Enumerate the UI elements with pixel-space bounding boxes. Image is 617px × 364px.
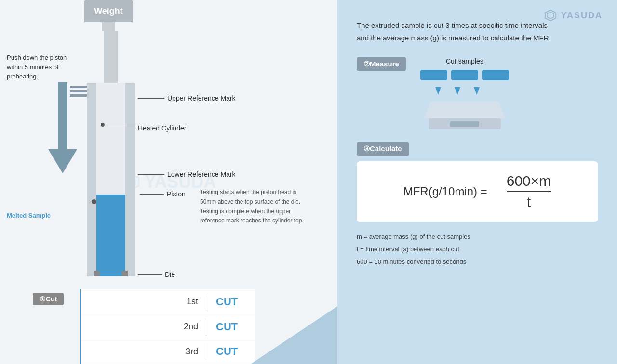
die-line xyxy=(138,274,162,275)
svg-marker-21 xyxy=(435,87,441,95)
cut-row-2: 2nd CUT xyxy=(81,314,255,339)
svg-rect-7 xyxy=(96,195,125,209)
cut-label-text: ①Cut xyxy=(40,295,57,303)
measure-section: ②Measure Cut samples xyxy=(357,57,598,130)
cut-samples-label: Cut samples xyxy=(446,57,483,65)
melted-sample-label: Melted Sample xyxy=(7,212,51,219)
svg-marker-19 xyxy=(545,10,555,21)
cut-row-1: 1st CUT xyxy=(81,289,255,314)
weight-container: Weight xyxy=(84,0,133,31)
piston-label-container: Piston xyxy=(140,190,186,198)
cut-number-3: 3rd xyxy=(81,347,206,357)
cut-row-3: 3rd CUT xyxy=(81,339,255,364)
lower-reference-text: Lower Reference Mark xyxy=(167,170,236,178)
step3-label: ③Calculate xyxy=(363,144,402,153)
yasuda-logo-text: YASUDA xyxy=(561,11,603,21)
upper-ref-line xyxy=(138,98,164,99)
push-down-text: Push down the piston within 5 minutes of… xyxy=(7,53,69,81)
heated-cylinder-label: Heated Cylinder xyxy=(138,124,186,132)
chip-1 xyxy=(420,70,447,80)
piston-line xyxy=(140,194,164,195)
die-label-container: Die xyxy=(138,271,175,278)
cut-samples-area: Cut samples xyxy=(420,57,509,130)
svg-rect-13 xyxy=(94,271,100,276)
svg-rect-14 xyxy=(122,271,128,276)
svg-marker-24 xyxy=(424,102,506,118)
calculate-badge: ③Calculate xyxy=(357,142,409,156)
svg-marker-3 xyxy=(48,149,77,173)
formula-lhs: MFR(g/10min) = xyxy=(403,185,487,198)
yasuda-logo-icon xyxy=(544,9,557,22)
scale-body xyxy=(424,102,506,130)
lower-reference-label: Lower Reference Mark xyxy=(138,170,236,178)
lower-ref-line xyxy=(138,174,164,175)
svg-point-12 xyxy=(92,199,96,204)
svg-rect-2 xyxy=(58,82,67,149)
die-label-text: Die xyxy=(165,271,175,278)
svg-marker-23 xyxy=(474,87,480,95)
formula-numerator: 600×m xyxy=(507,173,551,192)
svg-rect-4 xyxy=(104,31,118,83)
step2-label: ②Measure xyxy=(363,60,399,68)
heated-cylinder-line xyxy=(102,125,140,125)
cut-number-1: 1st xyxy=(81,297,206,307)
diagonal-decoration xyxy=(251,306,337,364)
formula-box: MFR(g/10min) = 600×m t xyxy=(357,161,598,222)
cut-text-1: CUT xyxy=(206,296,255,308)
formula-fraction: 600×m t xyxy=(507,173,551,210)
formula-denominator: t xyxy=(527,192,531,210)
scale-diagram xyxy=(424,87,506,130)
chip-3 xyxy=(482,70,509,80)
heated-cylinder-text: Heated Cylinder xyxy=(138,124,186,132)
piston-label-text: Piston xyxy=(167,190,186,198)
svg-marker-22 xyxy=(455,87,460,95)
cut-step-label: ①Cut xyxy=(33,293,64,305)
calculate-section: ③Calculate MFR(g/10min) = 600×m t m = av… xyxy=(357,142,598,268)
svg-rect-8 xyxy=(96,209,125,276)
cut-text-2: CUT xyxy=(206,321,255,333)
right-panel: YASUDA The extruded sample is cut 3 time… xyxy=(337,0,617,364)
weight-box: Weight xyxy=(84,0,133,22)
cut-rows-container: 1st CUT 2nd CUT 3rd CUT xyxy=(81,289,255,364)
legend: m = average mass (g) of the cut samples … xyxy=(357,231,598,268)
legend-m: m = average mass (g) of the cut samples xyxy=(357,231,598,243)
down-arrow xyxy=(48,82,77,180)
intro-text: The extruded sample is cut 3 times at sp… xyxy=(357,19,559,44)
weight-stem xyxy=(102,22,115,31)
legend-t: t = time interval (s) between each cut xyxy=(357,243,598,256)
left-panel: YASUDA Push down the piston within 5 min… xyxy=(0,0,337,364)
cut-number-2: 2nd xyxy=(81,322,206,332)
cut-text-3: CUT xyxy=(206,345,255,358)
weight-label: Weight xyxy=(94,6,123,16)
formula-text: MFR(g/10min) = 600×m t xyxy=(371,173,583,210)
cylinder-diagram xyxy=(87,31,183,276)
upper-reference-text: Upper Reference Mark xyxy=(167,94,236,102)
cut-sample-chips xyxy=(420,70,509,80)
svg-marker-20 xyxy=(547,12,554,19)
yasuda-logo: YASUDA xyxy=(544,9,603,22)
legend-600: 600 = 10 minutes converted to seconds xyxy=(357,256,598,268)
chip-2 xyxy=(451,70,478,80)
testing-description: Testing starts when the piston head is 5… xyxy=(200,188,311,226)
upper-reference-label: Upper Reference Mark xyxy=(138,94,236,102)
measure-badge: ②Measure xyxy=(357,57,406,71)
svg-rect-26 xyxy=(450,121,479,127)
